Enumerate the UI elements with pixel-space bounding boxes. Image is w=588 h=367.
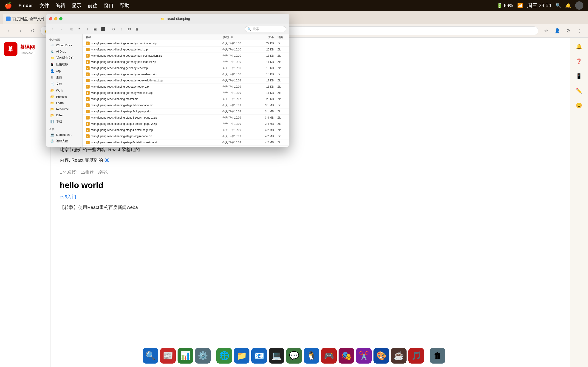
sidebar-item-other[interactable]: 📂 Other (47, 112, 82, 118)
sidebar-item-downloads[interactable]: ⬇️ 下载 (47, 118, 82, 125)
finder-back[interactable]: ‹ (49, 26, 56, 32)
table-row[interactable]: wangfupeng-react-dianping-stage6-detail-… (83, 140, 289, 146)
bottom-link[interactable]: es6入门 (60, 194, 76, 199)
tl-close[interactable] (49, 17, 52, 20)
menubar-go[interactable]: 前往 (88, 2, 97, 9)
file-date: 今天 下午10:09 (221, 110, 257, 114)
dock-finder[interactable]: 🔍 (143, 348, 158, 364)
tl-maximize[interactable] (59, 17, 62, 20)
col-header-name: 名称 (83, 35, 221, 39)
table-row[interactable]: wangfupeng-react-dianping-getready-react… (83, 65, 289, 71)
finder-view-gallery[interactable]: ⬛ (100, 26, 106, 32)
menubar-window[interactable]: 窗口 (104, 2, 113, 9)
browser-account[interactable]: 👤 (553, 27, 561, 35)
dock-qq[interactable]: 🐧 (304, 348, 319, 364)
sidebar-item-apps[interactable]: 📱 应用程序 (47, 61, 82, 68)
right-bell-icon[interactable]: 🔔 (574, 42, 584, 51)
menubar-notification[interactable]: 🔔 (565, 3, 571, 8)
menubar-help[interactable]: 帮助 (120, 2, 130, 9)
sidebar-label-desktop: 桌面 (56, 75, 62, 79)
table-row[interactable]: wangfupeng-react-dianping-getready-redux… (83, 71, 289, 77)
browser-more[interactable]: ⋮ (575, 27, 583, 35)
table-row[interactable]: wangfupeng-react-dianping-stage1-home-pa… (83, 102, 289, 108)
dock-wechat[interactable]: 💬 (286, 348, 302, 364)
finder-action-gear[interactable]: ⚙ (110, 26, 117, 32)
article-stats: 1748浏览 12推荐 3评论 (60, 169, 561, 175)
apple-menu[interactable]: 🍎 (5, 2, 12, 9)
table-row[interactable]: wangfupeng-react-dianping-stage3-search-… (83, 121, 289, 127)
sidebar-item-allfiles[interactable]: 📁 我的所有文件 (47, 55, 82, 61)
browser-back[interactable]: ‹ (5, 27, 13, 35)
sidebar-item-mac[interactable]: 💻 Macintosh... (47, 132, 82, 138)
sidebar-item-work[interactable]: 📂 Work (47, 87, 82, 93)
sidebar-item-airdrop[interactable]: 📡 AirDrop (47, 48, 82, 54)
sidebar-item-learn[interactable]: 📂 Learn (47, 100, 82, 106)
menubar-avatar[interactable] (575, 1, 583, 10)
sidebar-item-wfp[interactable]: 👤 wfp (47, 68, 82, 74)
finder-view-column[interactable]: ⫴ (84, 26, 90, 32)
dock-coffee[interactable]: ☕ (391, 348, 406, 364)
right-phone-icon[interactable]: 📱 (574, 72, 584, 81)
dock-terminal[interactable]: 💻 (269, 348, 284, 364)
browser-forward[interactable]: › (17, 27, 25, 35)
finder-action-share[interactable]: ↑ (118, 26, 124, 32)
right-question-icon[interactable]: ❓ (574, 57, 584, 66)
table-row[interactable]: wangfupeng-react-dianping-getready-redux… (83, 77, 289, 84)
website-sidebar: 慕 慕课网 imooc.com (0, 38, 51, 367)
menubar-edit[interactable]: 编辑 (56, 2, 65, 9)
dock-chrome[interactable]: 🌐 (216, 348, 232, 364)
menubar-search[interactable]: 🔍 (555, 3, 561, 8)
finder-view-icon[interactable]: ⊞ (69, 26, 75, 32)
file-size: 11 KB (257, 91, 276, 94)
table-row[interactable]: wangfupeng-react-dianping-getready-perf-… (83, 53, 289, 59)
table-row[interactable]: wangfupeng-react-dianping-stage2-city-pa… (83, 108, 289, 115)
finder-forward[interactable]: › (58, 26, 64, 32)
table-row[interactable]: wangfupeng-react-dianping-master.zip 今天 … (83, 96, 289, 102)
dock-sketchup[interactable]: ✂️ (356, 348, 372, 364)
dock-photoshop[interactable]: 🎨 (373, 348, 389, 364)
zip-icon (86, 66, 90, 70)
table-row[interactable]: wangfupeng-react-dianping-stage5-login-p… (83, 133, 289, 140)
tl-minimize[interactable] (54, 17, 57, 20)
sidebar-item-remote[interactable]: 💿 远程光盘 (47, 138, 82, 144)
table-row[interactable]: wangfupeng-react-dianping-stage7-user-pa… (83, 146, 289, 147)
table-row[interactable]: wangfupeng-react-dianping-getready-route… (83, 84, 289, 90)
menubar-view[interactable]: 显示 (72, 2, 81, 9)
sidebar-item-docs[interactable]: 📄 文稿 (47, 81, 82, 87)
dock-trash[interactable]: 🗑 (430, 348, 445, 364)
finder-search[interactable]: 🔍 搜索 (245, 26, 286, 32)
sidebar-item-projects[interactable]: 📂 Projects (47, 94, 82, 100)
table-row[interactable]: wangfupeng-react-dianping-getready-webpa… (83, 90, 289, 96)
dock-game[interactable]: 🎮 (321, 348, 337, 364)
dock-mail[interactable]: 📧 (251, 348, 267, 364)
menubar-file[interactable]: 文件 (40, 2, 49, 9)
browser-bookmark[interactable]: ☆ (542, 27, 550, 35)
table-row[interactable]: wangfupeng-react-dianping-getready-fetch… (83, 47, 289, 53)
dock-files[interactable]: 📁 (234, 348, 250, 364)
browser-reload[interactable]: ↺ (28, 27, 37, 35)
finder-view-list[interactable]: ≡ (76, 26, 83, 32)
sidebar-item-resource[interactable]: 📂 Resource (47, 106, 82, 112)
dock-system[interactable]: ⚙️ (195, 348, 211, 364)
file-kind: Zip (276, 135, 289, 138)
sidebar-item-desktop[interactable]: 🖥 桌面 (47, 74, 82, 81)
sidebar-item-icloud[interactable]: ☁️ iCloud Drive (47, 42, 82, 48)
table-row[interactable]: wangfupeng-react-dianping-stage4-detail-… (83, 127, 289, 133)
right-pencil-icon[interactable]: ✏️ (574, 86, 584, 95)
dock-image[interactable]: 🎭 (338, 348, 354, 364)
table-row[interactable]: wangfupeng-react-dianping-getready-combi… (83, 40, 289, 47)
table-row[interactable]: wangfupeng-react-dianping-stage3-search-… (83, 115, 289, 121)
file-name-text: wangfupeng-react-dianping-stage3-search-… (91, 122, 157, 125)
browser-extensions[interactable]: ⚙ (564, 27, 572, 35)
file-date: 今天 下午10:09 (221, 134, 257, 138)
right-smiley-icon[interactable]: 😊 (574, 101, 584, 110)
finder-view-cover[interactable]: ▣ (92, 26, 98, 32)
menubar-finder[interactable]: Finder (18, 3, 33, 8)
dock-activity[interactable]: 📊 (178, 348, 193, 364)
dock-news[interactable]: 📰 (160, 348, 176, 364)
finder-action-delete[interactable]: 🗑 (134, 26, 140, 32)
dock: 🔍 📰 📊 ⚙️ 🌐 📁 📧 💻 💬 🐧 🎮 🎭 ✂️ 🎨 ☕ 🎵 🗑 (139, 344, 449, 367)
finder-action-label[interactable]: 🏷 (126, 26, 132, 32)
table-row[interactable]: wangfupeng-react-dianping-getready-perf-… (83, 59, 289, 65)
dock-music[interactable]: 🎵 (408, 348, 424, 364)
